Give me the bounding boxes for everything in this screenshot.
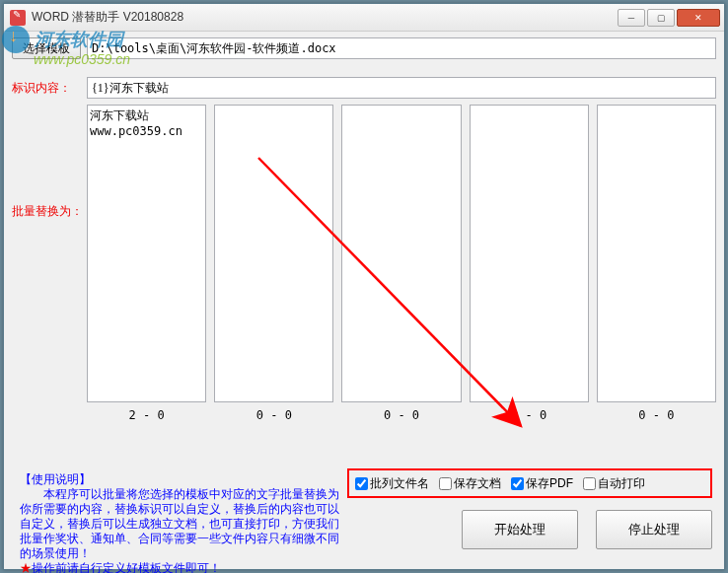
auto-print-option[interactable]: 自动打印: [583, 475, 645, 492]
column-5-textarea[interactable]: [597, 105, 716, 402]
app-window: WORD 潜替助手 V20180828 ─ ▢ ✕ 选择模板 标识内容： 批量替…: [3, 3, 725, 570]
column-2-count: 0 - 0: [214, 402, 333, 422]
minimize-button[interactable]: ─: [618, 9, 645, 27]
save-pdf-label: 保存PDF: [526, 475, 573, 492]
replace-label: 批量替换为：: [12, 203, 83, 220]
instructions-line2: 操作前请自行定义好模板文件即可！: [32, 561, 221, 573]
columns-area: 2 - 0 0 - 0 0 - 0 0 - 0 0 - 0: [87, 105, 716, 422]
column-4-count: 0 - 0: [470, 402, 589, 422]
select-template-button[interactable]: 选择模板: [12, 37, 81, 59]
titlebar[interactable]: WORD 潜替助手 V20180828 ─ ▢ ✕: [4, 4, 724, 32]
save-pdf-option[interactable]: 保存PDF: [511, 475, 573, 492]
options-box: 批列文件名 保存文档 保存PDF 自动打印: [347, 468, 712, 498]
column-2: 0 - 0: [214, 105, 333, 422]
column-2-textarea[interactable]: [214, 105, 333, 402]
column-3: 0 - 0: [341, 105, 461, 422]
close-button[interactable]: ✕: [677, 9, 720, 27]
column-1-textarea[interactable]: [87, 105, 206, 402]
stop-button[interactable]: 停止处理: [596, 510, 712, 549]
column-4-textarea[interactable]: [470, 105, 589, 402]
batch-filename-option[interactable]: 批列文件名: [355, 475, 429, 492]
marker-label: 标识内容：: [12, 80, 87, 97]
save-doc-label: 保存文档: [454, 475, 501, 492]
column-1-count: 2 - 0: [87, 402, 206, 422]
auto-print-checkbox[interactable]: [583, 477, 596, 490]
batch-filename-checkbox[interactable]: [355, 477, 368, 490]
start-button[interactable]: 开始处理: [462, 510, 578, 549]
save-pdf-checkbox[interactable]: [511, 477, 524, 490]
instructions-heading: 【使用说明】: [20, 472, 91, 486]
client-area: 选择模板 标识内容： 批量替换为： 2 - 0 0 - 0 0 - 0: [12, 37, 716, 561]
auto-print-label: 自动打印: [598, 475, 645, 492]
column-5: 0 - 0: [597, 105, 716, 422]
template-path-input[interactable]: [87, 37, 716, 59]
column-5-count: 0 - 0: [597, 402, 716, 422]
bottom-area: 【使用说明】 本程序可以批量将您选择的模板中对应的文字批量替换为你所需要的内容，…: [12, 466, 716, 561]
column-1: 2 - 0: [87, 105, 206, 422]
star-icon: ★: [20, 561, 32, 573]
column-4: 0 - 0: [470, 105, 589, 422]
batch-filename-label: 批列文件名: [370, 475, 429, 492]
column-3-count: 0 - 0: [341, 402, 461, 422]
save-doc-option[interactable]: 保存文档: [439, 475, 501, 492]
column-3-textarea[interactable]: [341, 105, 461, 402]
instructions: 【使用说明】 本程序可以批量将您选择的模板中对应的文字批量替换为你所需要的内容，…: [20, 472, 345, 573]
save-doc-checkbox[interactable]: [439, 477, 452, 490]
marker-input[interactable]: [87, 77, 716, 99]
instructions-line1: 本程序可以批量将您选择的模板中对应的文字批量替换为你所需要的内容，替换标识可以自…: [20, 487, 339, 560]
maximize-button[interactable]: ▢: [647, 9, 675, 27]
app-icon: [10, 10, 26, 26]
window-title: WORD 潜替助手 V20180828: [32, 9, 618, 26]
